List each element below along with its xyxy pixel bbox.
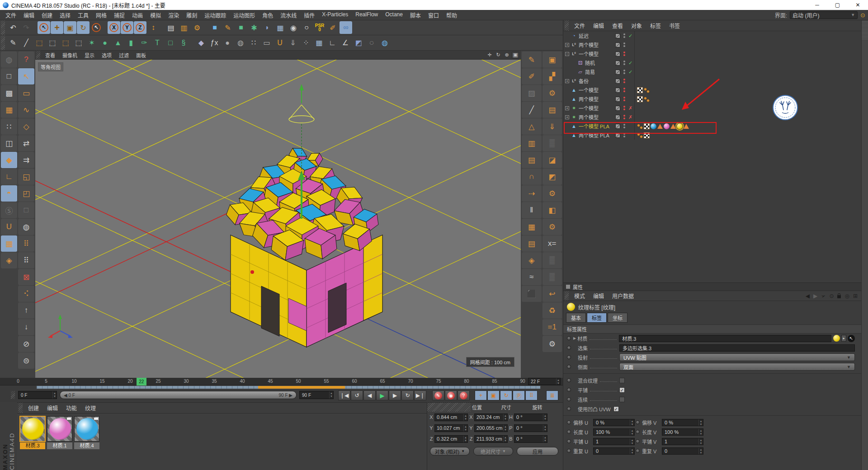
spline-tool-icon[interactable]: ✑ bbox=[138, 37, 151, 49]
visibility-dots[interactable] bbox=[622, 79, 627, 83]
model-mode-icon[interactable]: □ bbox=[1, 68, 17, 85]
bridge-icon[interactable]: ∩ bbox=[522, 169, 542, 185]
panel-handle[interactable] bbox=[19, 403, 23, 413]
material-tag-magenta-icon[interactable] bbox=[664, 123, 670, 129]
om-menu-查看[interactable]: 查看 bbox=[608, 20, 627, 31]
rotate-icon[interactable]: ↻ bbox=[77, 21, 90, 34]
panel-handle[interactable] bbox=[565, 291, 569, 301]
invert-selection-icon[interactable]: ⊠ bbox=[18, 269, 34, 285]
texture-tag-icon[interactable] bbox=[637, 96, 643, 102]
menu-运动跟踪[interactable]: 运动跟踪 bbox=[201, 10, 230, 20]
deformer-icon[interactable]: ✱ bbox=[248, 21, 260, 34]
viewport-menu-handle[interactable] bbox=[36, 51, 40, 59]
disabled-cube-icon[interactable]: □ bbox=[18, 202, 34, 218]
object-row[interactable]: +L⁰备份 bbox=[563, 76, 861, 85]
selection-set-b-icon[interactable]: ⬚ bbox=[46, 37, 59, 49]
side-dropdown[interactable]: 双面▼ bbox=[619, 363, 855, 371]
tile-checkbox[interactable]: ✓ bbox=[619, 387, 625, 393]
keyframe-selection-button[interactable]: ? bbox=[458, 390, 470, 400]
toolbar-handle[interactable] bbox=[1, 20, 5, 35]
object-row[interactable]: ⚄随机✓ bbox=[563, 58, 861, 67]
toggle-parameter-button[interactable]: Ⓟ bbox=[513, 390, 525, 400]
menu-创建[interactable]: 创建 bbox=[38, 10, 56, 20]
param-circle[interactable] bbox=[567, 388, 571, 392]
param-circle[interactable] bbox=[567, 407, 571, 411]
viewport-menu-查看[interactable]: 查看 bbox=[42, 51, 59, 60]
viewport[interactable]: 查看摄像机显示选项过滤面板 ✛ ↻ ⊕ ▣ 等角视图 网格间距 : 100 cm bbox=[35, 51, 521, 378]
grid-array-icon[interactable]: ▦ bbox=[313, 37, 326, 49]
lock-z-icon[interactable]: Z bbox=[134, 21, 146, 34]
edges-mode-icon[interactable]: ◫ bbox=[1, 135, 17, 151]
layer-chip[interactable] bbox=[615, 79, 620, 84]
add-point-icon[interactable]: ✎ bbox=[522, 52, 542, 68]
coord-field-X-pos[interactable]: 0.844 cm▲▼ bbox=[434, 414, 468, 421]
triangulate-icon[interactable]: △ bbox=[522, 118, 542, 135]
object-row[interactable]: ▲两个模型 PLA bbox=[563, 131, 861, 140]
disabled-c-icon[interactable]: ▒ bbox=[542, 269, 562, 285]
cylinder-primitive-icon[interactable]: ▮ bbox=[125, 37, 137, 49]
isolate-view-icon[interactable]: Ⓢ bbox=[1, 202, 17, 218]
param-circle[interactable] bbox=[567, 346, 571, 350]
split-icon[interactable]: ▣ bbox=[542, 52, 562, 68]
layer-chip[interactable] bbox=[615, 61, 620, 66]
menu-捕捉[interactable]: 捕捉 bbox=[110, 10, 128, 20]
select-all-icon[interactable]: ⠿ bbox=[18, 235, 34, 252]
expand-icon[interactable]: − bbox=[565, 52, 569, 56]
grow-selection-icon[interactable]: ↑ bbox=[18, 302, 34, 319]
expand-icon[interactable]: + bbox=[565, 43, 569, 47]
uvw-field[interactable]: 100 %▲▼ bbox=[593, 428, 635, 436]
tab-基本[interactable]: 基本 bbox=[566, 313, 586, 323]
inner-cap-icon[interactable]: ◈ bbox=[522, 252, 542, 268]
live-selection-tool-icon[interactable]: ↖ bbox=[18, 68, 34, 85]
autokey-button[interactable]: ◉ bbox=[445, 390, 457, 400]
helix-tool-icon[interactable]: § bbox=[177, 37, 190, 49]
settings-gear-icon[interactable]: ⚙ bbox=[542, 336, 562, 352]
param-circle[interactable] bbox=[567, 365, 571, 369]
playhead[interactable]: 22 bbox=[137, 378, 146, 385]
subdivide-b-icon[interactable]: ◩ bbox=[542, 169, 562, 185]
lock-x-icon[interactable]: X bbox=[108, 21, 120, 34]
polygons-mode-icon[interactable]: ◆ bbox=[1, 152, 17, 168]
start-frame-field[interactable]: 0 F▲▼ bbox=[18, 391, 57, 399]
timeline-track[interactable] bbox=[36, 385, 541, 389]
stitch-icon[interactable]: ‖ bbox=[522, 202, 542, 218]
uvw-field[interactable]: 100 %▲▼ bbox=[662, 428, 703, 436]
subdivide-a-icon[interactable]: ◪ bbox=[542, 152, 562, 168]
help-icon[interactable]: ? bbox=[18, 52, 34, 68]
texture-mode-icon[interactable]: ▩ bbox=[1, 85, 17, 101]
coord-field-X-size[interactable]: 203.24 cm▲▼ bbox=[474, 414, 508, 421]
uvw-field[interactable]: 1▲▼ bbox=[662, 438, 703, 445]
close-button[interactable]: ✕ bbox=[848, 0, 868, 10]
object-row[interactable]: ◔延迟✓ bbox=[563, 31, 861, 40]
select-connected-icon[interactable]: ⠪ bbox=[18, 286, 34, 302]
edit-render-settings-icon[interactable]: ⚙ bbox=[191, 21, 203, 34]
expand-icon[interactable]: + bbox=[565, 79, 569, 83]
coordinate-mode-dropdown[interactable]: 对象 (相对)▼ bbox=[430, 447, 470, 456]
viewport-menu-显示[interactable]: 显示 bbox=[81, 51, 98, 60]
tab-坐标[interactable]: 坐标 bbox=[608, 313, 627, 323]
point-selection-tag-icon[interactable] bbox=[637, 132, 643, 138]
timeline-ruler[interactable]: 22 22 F▲▼ 051015202530354045505560657075… bbox=[0, 378, 563, 385]
next-frame-button[interactable]: ▶ bbox=[389, 390, 401, 400]
sphere-band-icon[interactable]: ◍ bbox=[18, 219, 34, 235]
history-forward-icon[interactable]: ▶ bbox=[813, 293, 817, 299]
axis-mode-icon[interactable]: ∟ bbox=[1, 169, 17, 185]
disabled-b-icon[interactable]: ▒ bbox=[542, 252, 562, 268]
goto-end-button[interactable]: ▶❘ bbox=[414, 390, 426, 400]
menu-Octane[interactable]: Octane bbox=[382, 10, 406, 20]
menu-插件[interactable]: 插件 bbox=[300, 10, 318, 20]
toggle-position-button[interactable]: + bbox=[475, 390, 487, 400]
deselect-all-icon[interactable]: ⠿ bbox=[18, 252, 34, 268]
disc-icon[interactable]: ◍ bbox=[234, 37, 247, 49]
matrix-extrude-icon[interactable]: ⇓ bbox=[542, 118, 562, 135]
toggle-scale-button[interactable]: ▣ bbox=[487, 390, 500, 400]
menu-动画[interactable]: 动画 bbox=[128, 10, 146, 20]
subdivide-all-icon[interactable]: ⬛ bbox=[522, 286, 542, 302]
panel-handle[interactable] bbox=[11, 391, 15, 399]
menu-RealFlow[interactable]: RealFlow bbox=[352, 10, 382, 20]
axis-scale-icon[interactable]: =1 bbox=[542, 319, 562, 335]
subdivide-gear-b-icon[interactable]: ⚙ bbox=[542, 219, 562, 235]
measure-icon[interactable]: ∠ bbox=[339, 37, 352, 49]
target-icon[interactable]: ◎ bbox=[844, 293, 849, 299]
right-dock-strip[interactable] bbox=[861, 20, 868, 470]
